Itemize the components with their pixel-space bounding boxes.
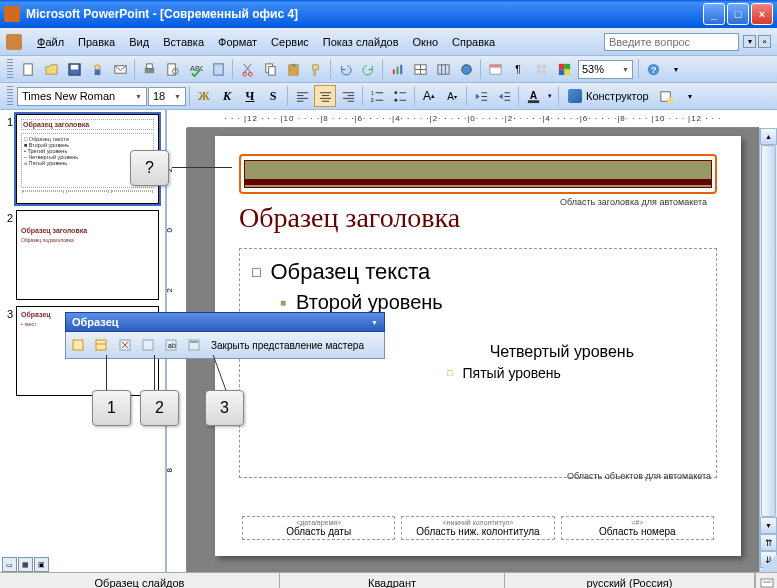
- help-dropdown[interactable]: ▾: [743, 35, 756, 48]
- color-button[interactable]: [553, 58, 575, 80]
- prev-slide-button[interactable]: ⇈: [760, 534, 777, 551]
- font-size-combo[interactable]: 18▼: [148, 87, 186, 106]
- chart-button[interactable]: [386, 58, 408, 80]
- text-level-4[interactable]: Четвертый уровень: [336, 343, 704, 361]
- insert-title-master-button[interactable]: [92, 335, 112, 355]
- open-button[interactable]: [40, 58, 62, 80]
- underline-button[interactable]: Ч: [239, 85, 261, 107]
- tables-borders-button[interactable]: [432, 58, 454, 80]
- help-button[interactable]: ?: [642, 58, 664, 80]
- font-color-button[interactable]: A: [522, 85, 544, 107]
- number-placeholder[interactable]: <#> Область номера: [561, 516, 714, 540]
- maximize-button[interactable]: □: [727, 3, 749, 25]
- spelling-status-icon[interactable]: [755, 573, 777, 588]
- shadow-button[interactable]: S: [262, 85, 284, 107]
- save-button[interactable]: [63, 58, 85, 80]
- designer-button[interactable]: Конструктор: [562, 85, 655, 107]
- align-right-button[interactable]: [337, 85, 359, 107]
- insert-slide-master-button[interactable]: [69, 335, 89, 355]
- increase-indent-button[interactable]: [493, 85, 515, 107]
- show-formatting-button[interactable]: ¶: [507, 58, 529, 80]
- master-toolbar-title[interactable]: Образец▼: [65, 312, 385, 332]
- numbering-button[interactable]: 12: [366, 85, 388, 107]
- spell-button[interactable]: ABC: [184, 58, 206, 80]
- doc-close-button[interactable]: ×: [758, 35, 771, 48]
- scrollbar-thumb[interactable]: [761, 145, 776, 517]
- hyperlink-button[interactable]: [455, 58, 477, 80]
- align-center-button[interactable]: [314, 85, 336, 107]
- minimize-button[interactable]: _: [703, 3, 725, 25]
- text-level-5[interactable]: Пятый уровень: [364, 365, 704, 381]
- normal-view-button[interactable]: ▭: [2, 557, 17, 572]
- resize-handle-icon: [759, 554, 777, 572]
- scroll-up-button[interactable]: ▲: [760, 128, 777, 145]
- date-placeholder[interactable]: <дата/время> Область даты: [242, 516, 395, 540]
- menu-tools[interactable]: Сервис: [264, 33, 316, 51]
- toolbar-handle[interactable]: [7, 86, 13, 106]
- master-layout-button[interactable]: [184, 335, 204, 355]
- svg-rect-80: [190, 341, 198, 343]
- permission-button[interactable]: [86, 58, 108, 80]
- bold-button[interactable]: Ж: [193, 85, 215, 107]
- align-left-button[interactable]: [291, 85, 313, 107]
- preserve-master-button[interactable]: [138, 335, 158, 355]
- cut-button[interactable]: [236, 58, 258, 80]
- menu-help[interactable]: Справка: [445, 33, 502, 51]
- toolbar-options-button-2[interactable]: ▾: [679, 85, 701, 107]
- mail-button[interactable]: [109, 58, 131, 80]
- footer-placeholder[interactable]: <нижний колонтитул> Область ниж. колонти…: [401, 516, 554, 540]
- new-slide-button[interactable]: [656, 85, 678, 107]
- menu-format[interactable]: Формат: [211, 33, 264, 51]
- preview-button[interactable]: [161, 58, 183, 80]
- menu-edit[interactable]: Правка: [71, 33, 122, 51]
- font-color-dropdown[interactable]: ▾: [545, 85, 555, 107]
- slideshow-view-button[interactable]: ▣: [34, 557, 49, 572]
- menu-insert[interactable]: Вставка: [156, 33, 211, 51]
- paste-button[interactable]: [282, 58, 304, 80]
- undo-button[interactable]: [334, 58, 356, 80]
- text-level-1[interactable]: Образец текста: [252, 259, 704, 285]
- vertical-scrollbar[interactable]: ▲ ▼ ⇈ ⇊: [759, 128, 777, 572]
- toolbar-options-button[interactable]: ▾: [665, 58, 687, 80]
- master-toolbar[interactable]: Образец▼ ab Закрыть представление мастер…: [65, 312, 385, 359]
- bullets-button[interactable]: [389, 85, 411, 107]
- app-icon: [4, 6, 20, 22]
- status-language[interactable]: русский (Россия): [505, 573, 755, 588]
- print-button[interactable]: [138, 58, 160, 80]
- toolbar-handle[interactable]: [7, 59, 13, 79]
- delete-master-button[interactable]: [115, 335, 135, 355]
- new-button[interactable]: [17, 58, 39, 80]
- decrease-indent-button[interactable]: [470, 85, 492, 107]
- copy-button[interactable]: [259, 58, 281, 80]
- svg-rect-32: [536, 70, 540, 74]
- help-search-input[interactable]: [604, 33, 739, 51]
- menu-window[interactable]: Окно: [406, 33, 446, 51]
- rename-master-button[interactable]: ab: [161, 335, 181, 355]
- format-painter-button[interactable]: [305, 58, 327, 80]
- title-placeholder[interactable]: Область заголовка для автомакета: [239, 154, 717, 194]
- text-level-2[interactable]: Второй уровень: [280, 291, 704, 314]
- increase-font-button[interactable]: A▴: [418, 85, 440, 107]
- expand-button[interactable]: [484, 58, 506, 80]
- menu-file[interactable]: Файл: [30, 33, 71, 51]
- table-button[interactable]: [409, 58, 431, 80]
- svg-rect-2: [70, 64, 78, 69]
- research-button[interactable]: [207, 58, 229, 80]
- decrease-font-button[interactable]: A▾: [441, 85, 463, 107]
- callout-3: 3: [205, 390, 244, 426]
- svg-rect-19: [396, 66, 398, 74]
- font-combo[interactable]: Times New Roman▼: [17, 87, 147, 106]
- redo-button[interactable]: [357, 58, 379, 80]
- close-master-view-button[interactable]: Закрыть представление мастера: [207, 338, 381, 353]
- zoom-combo[interactable]: 53%▼: [578, 60, 633, 79]
- scroll-down-button[interactable]: ▼: [760, 517, 777, 534]
- horizontal-ruler[interactable]: · · · |12 · · · |10 · · · ·|8 · · · ·|6·…: [187, 110, 759, 128]
- sorter-view-button[interactable]: ▦: [18, 557, 33, 572]
- close-button[interactable]: ×: [751, 3, 773, 25]
- slide-thumbnail-2[interactable]: Образец заголовка Образец подзаголовка: [16, 210, 159, 300]
- menu-view[interactable]: Вид: [122, 33, 156, 51]
- italic-button[interactable]: К: [216, 85, 238, 107]
- menu-slideshow[interactable]: Показ слайдов: [316, 33, 406, 51]
- grid-button[interactable]: [530, 58, 552, 80]
- body-placeholder[interactable]: Образец текста Второй уровень Третий уро…: [239, 248, 717, 478]
